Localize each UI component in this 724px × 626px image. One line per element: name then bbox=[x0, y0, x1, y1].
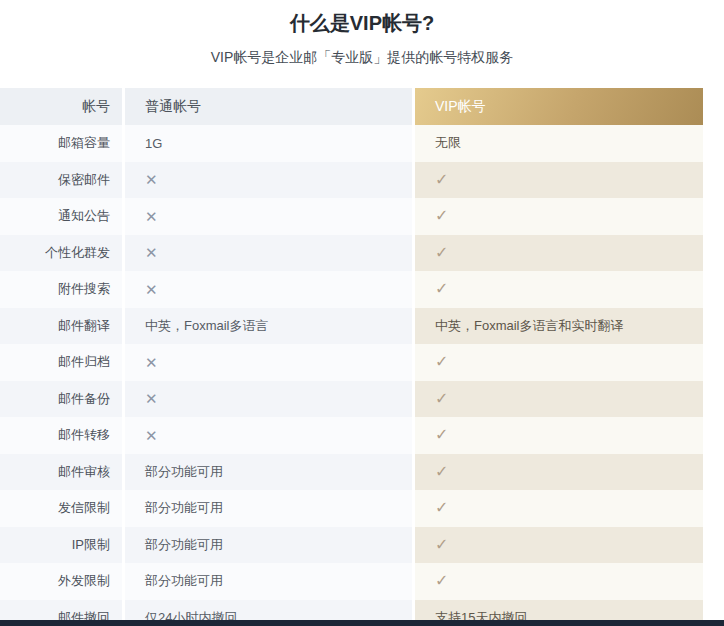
check-icon: ✓ bbox=[435, 172, 448, 188]
vip-cell: ✓ bbox=[415, 417, 703, 454]
cross-icon: ✕ bbox=[145, 172, 158, 187]
normal-cell: ✕ bbox=[125, 198, 412, 235]
row-label: 邮箱容量 bbox=[0, 125, 122, 162]
normal-cell: 1G bbox=[125, 125, 412, 162]
cross-icon: ✕ bbox=[145, 355, 158, 370]
normal-cell: 部分功能可用 bbox=[125, 527, 412, 564]
row-label: 通知公告 bbox=[0, 198, 122, 235]
table-row: 个性化群发 ✕ ✓ bbox=[0, 235, 706, 272]
row-label: 附件搜索 bbox=[0, 271, 122, 308]
normal-cell: ✕ bbox=[125, 344, 412, 381]
check-icon: ✓ bbox=[435, 573, 448, 589]
cell-text: 中英，Foxmail多语言 bbox=[145, 317, 269, 335]
cross-icon: ✕ bbox=[145, 428, 158, 443]
normal-cell: 部分功能可用 bbox=[125, 490, 412, 527]
cell-text: 无限 bbox=[435, 134, 461, 152]
cell-text: 部分功能可用 bbox=[145, 536, 223, 554]
check-icon: ✓ bbox=[435, 391, 448, 407]
check-icon: ✓ bbox=[435, 500, 448, 516]
cross-icon: ✕ bbox=[145, 209, 158, 224]
page-title: 什么是VIP帐号? bbox=[0, 0, 724, 36]
check-icon: ✓ bbox=[435, 537, 448, 553]
page-subtitle: VIP帐号是企业邮「专业版」提供的帐号特权服务 bbox=[0, 48, 724, 66]
header-account: 帐号 bbox=[0, 88, 122, 125]
vip-cell: ✓ bbox=[415, 563, 703, 600]
cell-text: 部分功能可用 bbox=[145, 572, 223, 590]
table-row: 通知公告 ✕ ✓ bbox=[0, 198, 706, 235]
normal-cell: 部分功能可用 bbox=[125, 563, 412, 600]
check-icon: ✓ bbox=[435, 427, 448, 443]
vip-cell: 中英，Foxmail多语言和实时翻译 bbox=[415, 308, 703, 345]
normal-cell: ✕ bbox=[125, 162, 412, 199]
table-row: 邮件审核 部分功能可用 ✓ bbox=[0, 454, 706, 491]
vip-cell: ✓ bbox=[415, 162, 703, 199]
table-body: 邮箱容量 1G 无限 保密邮件 ✕ ✓ 通知公告 ✕ ✓ 个性化群发 ✕ ✓ 附… bbox=[0, 125, 706, 626]
row-label: 邮件备份 bbox=[0, 381, 122, 418]
normal-cell: ✕ bbox=[125, 271, 412, 308]
vip-cell: ✓ bbox=[415, 381, 703, 418]
cross-icon: ✕ bbox=[145, 391, 158, 406]
vip-cell: ✓ bbox=[415, 527, 703, 564]
table-row: 发信限制 部分功能可用 ✓ bbox=[0, 490, 706, 527]
vip-cell: ✓ bbox=[415, 344, 703, 381]
row-label: 邮件翻译 bbox=[0, 308, 122, 345]
table-header-row: 帐号 普通帐号 VIP帐号 bbox=[0, 88, 706, 125]
table-row: 保密邮件 ✕ ✓ bbox=[0, 162, 706, 199]
cell-text: 部分功能可用 bbox=[145, 499, 223, 517]
check-icon: ✓ bbox=[435, 464, 448, 480]
vip-cell: ✓ bbox=[415, 198, 703, 235]
table-row: 外发限制 部分功能可用 ✓ bbox=[0, 563, 706, 600]
row-label: 邮件审核 bbox=[0, 454, 122, 491]
vip-cell: ✓ bbox=[415, 235, 703, 272]
row-label: IP限制 bbox=[0, 527, 122, 564]
vip-cell: ✓ bbox=[415, 271, 703, 308]
table-row: 邮件归档 ✕ ✓ bbox=[0, 344, 706, 381]
normal-cell: 中英，Foxmail多语言 bbox=[125, 308, 412, 345]
check-icon: ✓ bbox=[435, 354, 448, 370]
table-row: 邮箱容量 1G 无限 bbox=[0, 125, 706, 162]
row-label: 邮件转移 bbox=[0, 417, 122, 454]
bottom-bar bbox=[0, 620, 724, 626]
table-row: 邮件转移 ✕ ✓ bbox=[0, 417, 706, 454]
cross-icon: ✕ bbox=[145, 245, 158, 260]
row-label: 个性化群发 bbox=[0, 235, 122, 272]
table-row: 邮件翻译 中英，Foxmail多语言 中英，Foxmail多语言和实时翻译 bbox=[0, 308, 706, 345]
row-label: 保密邮件 bbox=[0, 162, 122, 199]
vip-cell: ✓ bbox=[415, 490, 703, 527]
row-label: 外发限制 bbox=[0, 563, 122, 600]
cell-text: 中英，Foxmail多语言和实时翻译 bbox=[435, 317, 624, 335]
row-label: 发信限制 bbox=[0, 490, 122, 527]
header-vip-account: VIP帐号 bbox=[415, 88, 703, 125]
comparison-table: 帐号 普通帐号 VIP帐号 邮箱容量 1G 无限 保密邮件 ✕ ✓ 通知公告 ✕… bbox=[0, 88, 706, 626]
cross-icon: ✕ bbox=[145, 282, 158, 297]
vip-cell: ✓ bbox=[415, 454, 703, 491]
cell-text: 1G bbox=[145, 136, 162, 151]
vip-cell: 无限 bbox=[415, 125, 703, 162]
cell-text: 部分功能可用 bbox=[145, 463, 223, 481]
check-icon: ✓ bbox=[435, 281, 448, 297]
normal-cell: ✕ bbox=[125, 235, 412, 272]
table-row: 附件搜索 ✕ ✓ bbox=[0, 271, 706, 308]
check-icon: ✓ bbox=[435, 208, 448, 224]
check-icon: ✓ bbox=[435, 245, 448, 261]
table-row: IP限制 部分功能可用 ✓ bbox=[0, 527, 706, 564]
row-label: 邮件归档 bbox=[0, 344, 122, 381]
normal-cell: ✕ bbox=[125, 381, 412, 418]
header-normal-account: 普通帐号 bbox=[125, 88, 412, 125]
normal-cell: ✕ bbox=[125, 417, 412, 454]
table-row: 邮件备份 ✕ ✓ bbox=[0, 381, 706, 418]
normal-cell: 部分功能可用 bbox=[125, 454, 412, 491]
